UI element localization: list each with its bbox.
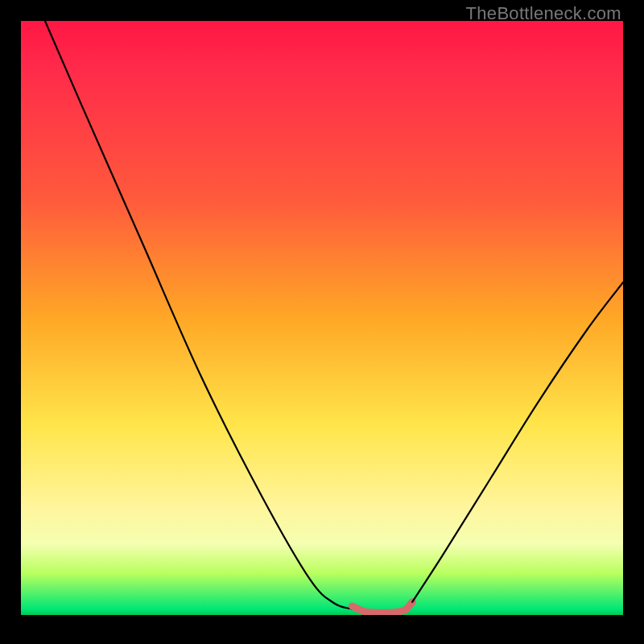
chart-curves-svg: [21, 21, 623, 615]
notch-segment-path: [352, 602, 412, 613]
chart-plot-area: [21, 21, 623, 615]
curve-right-path: [412, 283, 623, 602]
chart-frame: TheBottleneck.com: [0, 0, 644, 644]
curve-left-path: [45, 21, 352, 609]
watermark-text: TheBottleneck.com: [466, 3, 621, 24]
